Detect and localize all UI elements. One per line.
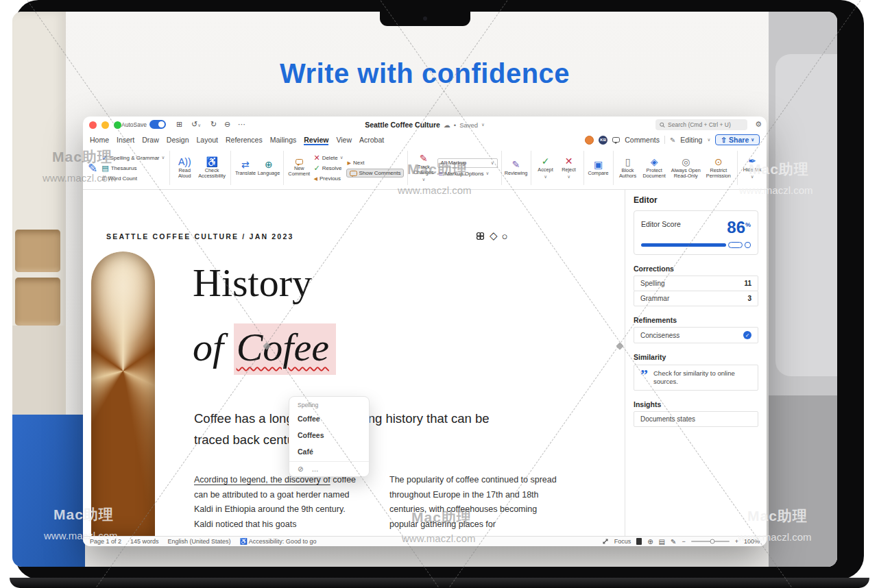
restrict-permission-button[interactable]: ⊙Restrict Permission (703, 157, 734, 179)
autosave-toggle[interactable] (149, 120, 166, 129)
saved-caret-icon[interactable]: ∨ (481, 122, 485, 127)
reviewing-pane-button[interactable]: ✎Reviewing (505, 160, 527, 176)
search-box[interactable] (655, 119, 747, 130)
spelling-grammar-button[interactable]: ✓Spelling & Grammar∨ (100, 154, 166, 162)
language-indicator[interactable]: English (United States) (168, 538, 231, 545)
track-changes-button[interactable]: ✎Track Changes∨ (411, 154, 435, 182)
tab-design[interactable]: Design (167, 134, 189, 145)
all-markup-dropdown[interactable]: All Markup∨ (437, 158, 498, 168)
score-bar-pill (728, 242, 743, 248)
print-layout-view-icon[interactable] (636, 538, 642, 545)
web-layout-view-icon[interactable]: ⊕ (647, 538, 653, 546)
correction-row-grammar[interactable]: Grammar 3 (634, 291, 758, 306)
divider (583, 151, 584, 185)
print-icon[interactable]: ⊖ (224, 119, 230, 130)
saved-status: Saved (459, 121, 478, 129)
reviewing-icon: ✎ (512, 160, 520, 169)
zoom-slider-knob[interactable] (710, 539, 714, 544)
markup-options-button[interactable]: ≡Markup Options∨ (437, 169, 498, 178)
insights-row[interactable]: Documents states (634, 411, 758, 427)
misspelled-word[interactable]: Cofee (234, 323, 336, 375)
show-comments-button[interactable]: Show Comments (346, 169, 405, 177)
share-button[interactable]: ⇧ Share ∨ (715, 134, 760, 145)
tab-layout[interactable]: Layout (196, 134, 218, 145)
language-button[interactable]: ⊕Language (258, 160, 280, 176)
insights-heading: Insights (634, 400, 758, 408)
read-aloud-button[interactable]: A))Read Aloud (173, 157, 195, 179)
spellcheck-icon: ✓ (101, 154, 108, 162)
editor-score-bar (641, 242, 751, 248)
toolbar-grid-icon[interactable]: ⊞ (176, 119, 182, 130)
search-input[interactable] (668, 121, 743, 128)
minimize-window-button[interactable] (101, 121, 109, 129)
document-page[interactable]: SEATTLE COFFEE CULTURE / JAN 2023 ◇ ○ Hi… (83, 190, 625, 536)
editing-mode-button[interactable]: Editing (680, 136, 702, 144)
outline-view-icon[interactable]: ▤ (659, 538, 665, 546)
thesaurus-button[interactable]: ▤Thesaurus (100, 164, 166, 173)
resolve-comment-button[interactable]: ✓Resolve (312, 164, 344, 173)
refinement-row-conciseness[interactable]: Conciseness ✓ (634, 327, 758, 343)
ignore-icon[interactable]: ⊘ (298, 465, 303, 473)
tab-view[interactable]: View (336, 134, 352, 145)
traffic-lights (89, 121, 121, 129)
zoom-slider[interactable] (691, 541, 730, 542)
editor-panel: Editor Editor Score 86% Corrections (625, 190, 767, 536)
focus-button[interactable]: Focus (614, 538, 631, 545)
more-toolbar-icon[interactable]: ⋯ (238, 119, 245, 130)
zoom-in-icon[interactable]: + (735, 538, 738, 545)
tab-acrobat[interactable]: Acrobat (359, 134, 384, 145)
accessibility-indicator[interactable]: ♿ Accessibility: Good to go (240, 538, 317, 545)
page-indicator[interactable]: Page 1 of 2 (90, 538, 121, 545)
translate-button[interactable]: ⇄Translate (234, 160, 256, 176)
correction-row-spelling[interactable]: Spelling 11 (634, 275, 758, 291)
tab-home[interactable]: Home (90, 134, 109, 145)
tab-draw[interactable]: Draw (142, 134, 159, 145)
hide-ink-button[interactable]: ✒Hide Ink∨ (741, 156, 763, 180)
suggestion-item[interactable]: Café (298, 448, 313, 456)
protect-document-button[interactable]: ◈Protect Document (640, 157, 669, 179)
zoom-window-button[interactable] (114, 121, 121, 129)
undo-icon[interactable]: ↺∨ (191, 119, 201, 130)
collaborator-avatar[interactable]: KB (599, 136, 607, 145)
accept-change-button[interactable]: ✓Accept∨ (535, 156, 557, 180)
focus-expand-icon (602, 538, 609, 545)
wallpaper-wall-shadow (769, 395, 837, 567)
delete-comment-button[interactable]: ✕Delete∨ (312, 154, 344, 162)
settings-icon[interactable]: ⚙ (755, 120, 762, 129)
editor-pen-icon[interactable]: ✎ (88, 161, 97, 175)
show-comments-icon (350, 171, 357, 176)
zoom-out-icon[interactable]: − (682, 538, 685, 545)
word-count-button[interactable]: #Word Count (100, 174, 166, 183)
word-count-indicator[interactable]: 145 words (130, 538, 159, 545)
new-comment-button[interactable]: New Comment (287, 159, 311, 177)
suggestion-item[interactable]: Coffees (298, 431, 324, 439)
divider (613, 151, 614, 185)
always-open-read-only-button[interactable]: ◎Always Open Read-Only (670, 157, 702, 179)
check-accessibility-button[interactable]: ♿Check Accessibility (197, 157, 227, 179)
suggestion-item[interactable]: Coffee (298, 415, 320, 423)
redo-icon[interactable]: ↻ (210, 119, 217, 130)
accept-icon: ✓ (542, 156, 550, 166)
close-window-button[interactable] (89, 121, 97, 129)
document-kicker: SEATTLE COFFEE CULTURE / JAN 2023 (106, 232, 294, 241)
clover-shape-icon (475, 231, 485, 241)
divider (737, 151, 738, 185)
tab-review[interactable]: Review (304, 134, 328, 145)
block-authors-button[interactable]: ▯Block Authors (617, 157, 639, 179)
similarity-card[interactable]: ” Check for similarity to online sources… (634, 365, 758, 391)
draft-view-icon[interactable]: ✎ (671, 538, 676, 546)
reject-change-button[interactable]: ✕Reject∨ (558, 156, 580, 180)
divider (531, 151, 531, 185)
tab-mailings[interactable]: Mailings (270, 134, 297, 145)
editing-caret-icon[interactable]: ∨ (707, 137, 710, 143)
next-comment-button[interactable]: ▸Next (346, 158, 405, 167)
collaborator-avatar[interactable] (585, 136, 594, 145)
comments-button[interactable]: Comments (625, 136, 660, 144)
tab-references[interactable]: References (226, 134, 263, 145)
previous-icon: ◂ (313, 175, 317, 182)
previous-comment-button[interactable]: ◂Previous (312, 174, 344, 183)
tab-insert[interactable]: Insert (117, 134, 134, 145)
more-options-icon[interactable]: … (311, 465, 318, 473)
compare-button[interactable]: ▣Compare (588, 160, 610, 176)
zoom-level[interactable]: 100% (744, 538, 760, 545)
